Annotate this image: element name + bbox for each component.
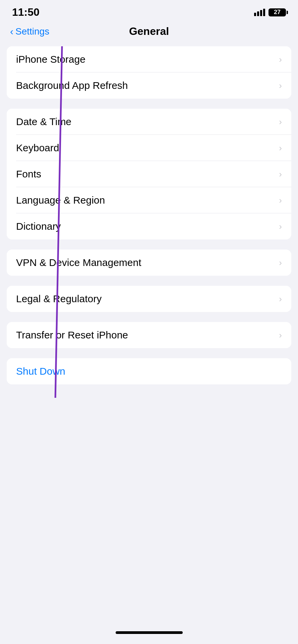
fonts-chevron-icon: › <box>279 169 282 179</box>
keyboard-item[interactable]: Keyboard › <box>7 135 291 161</box>
page-title: General <box>129 25 169 38</box>
signal-bar-2 <box>257 11 259 16</box>
legal-regulatory-chevron-icon: › <box>279 294 282 304</box>
legal-regulatory-item[interactable]: Legal & Regulatory › <box>7 286 291 312</box>
language-region-label: Language & Region <box>16 195 105 206</box>
iphone-storage-chevron-icon: › <box>279 54 282 65</box>
date-time-chevron-icon: › <box>279 117 282 127</box>
legal-regulatory-label: Legal & Regulatory <box>16 293 102 305</box>
date-time-label: Date & Time <box>16 116 71 127</box>
language-region-chevron-icon: › <box>279 195 282 206</box>
fonts-label: Fonts <box>16 168 41 180</box>
settings-group-1: iPhone Storage › Background App Refresh … <box>7 46 291 99</box>
back-label: Settings <box>15 26 49 37</box>
transfer-reset-label: Transfer or Reset iPhone <box>16 329 128 341</box>
status-icons: 27 <box>254 8 286 16</box>
date-time-item[interactable]: Date & Time › <box>7 109 291 135</box>
background-app-refresh-label: Background App Refresh <box>16 80 128 91</box>
shut-down-item[interactable]: Shut Down <box>7 358 291 384</box>
dictionary-item[interactable]: Dictionary › <box>7 213 291 239</box>
signal-bars-icon <box>254 9 265 16</box>
vpn-device-management-item[interactable]: VPN & Device Management › <box>7 250 291 276</box>
settings-content: iPhone Storage › Background App Refresh … <box>0 43 298 398</box>
shut-down-label: Shut Down <box>16 366 65 377</box>
iphone-storage-item[interactable]: iPhone Storage › <box>7 46 291 72</box>
keyboard-chevron-icon: › <box>279 143 282 153</box>
signal-bar-4 <box>263 9 265 16</box>
home-indicator <box>0 625 298 637</box>
transfer-reset-chevron-icon: › <box>279 330 282 340</box>
dictionary-label: Dictionary <box>16 221 61 232</box>
language-region-item[interactable]: Language & Region › <box>7 187 291 213</box>
vpn-device-management-chevron-icon: › <box>279 258 282 268</box>
background-app-refresh-chevron-icon: › <box>279 80 282 91</box>
status-time: 11:50 <box>12 6 40 18</box>
back-button[interactable]: ‹ Settings <box>10 26 49 37</box>
home-indicator-bar <box>116 631 183 634</box>
transfer-reset-item[interactable]: Transfer or Reset iPhone › <box>7 322 291 348</box>
vpn-device-management-label: VPN & Device Management <box>16 257 141 268</box>
settings-group-4: Legal & Regulatory › <box>7 286 291 312</box>
keyboard-label: Keyboard <box>16 142 59 154</box>
back-chevron-icon: ‹ <box>10 26 13 37</box>
settings-group-3: VPN & Device Management › <box>7 250 291 276</box>
background-app-refresh-item[interactable]: Background App Refresh › <box>7 72 291 99</box>
signal-bar-1 <box>254 13 256 16</box>
fonts-item[interactable]: Fonts › <box>7 161 291 187</box>
settings-group-6: Shut Down <box>7 358 291 384</box>
settings-group-5: Transfer or Reset iPhone › <box>7 322 291 348</box>
signal-bar-3 <box>260 10 262 16</box>
battery-icon: 27 <box>269 8 286 16</box>
status-bar: 11:50 27 <box>0 0 298 22</box>
settings-group-2: Date & Time › Keyboard › Fonts › Languag… <box>7 109 291 239</box>
nav-bar: ‹ Settings General <box>0 22 298 43</box>
dictionary-chevron-icon: › <box>279 221 282 232</box>
iphone-storage-label: iPhone Storage <box>16 54 85 65</box>
